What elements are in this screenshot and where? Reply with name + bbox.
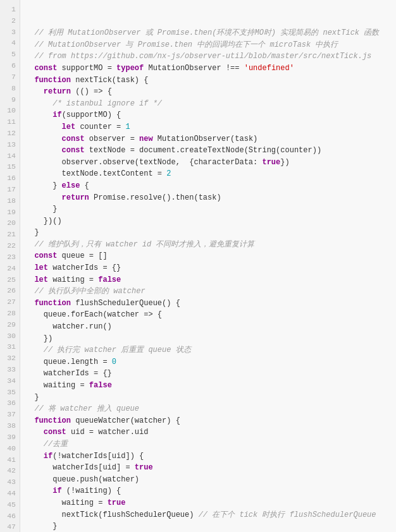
- line-number: 27: [0, 296, 20, 308]
- code-line: //去重: [25, 438, 391, 450]
- plain-token: waiting =: [48, 275, 98, 284]
- plain-token: [25, 87, 44, 96]
- line-number: 29: [0, 319, 20, 330]
- plain-token: [25, 487, 53, 495]
- line-number: 39: [0, 432, 20, 443]
- plain-token: nextTick(flushSchedulerQueue): [25, 511, 199, 519]
- code-line: watcherIds = {}: [25, 368, 391, 380]
- plain-token: }: [25, 228, 39, 237]
- line-number: 41: [0, 454, 20, 466]
- code-content[interactable]: // 利用 MutationObserver 或 Promise.then(环境…: [20, 0, 396, 532]
- line-number: 42: [0, 465, 20, 476]
- code-line: }: [25, 203, 391, 215]
- keyword-token: function: [34, 416, 71, 425]
- plain-token: [25, 428, 44, 437]
- line-number: 11: [0, 116, 20, 128]
- line-number: 34: [0, 375, 20, 387]
- keyword-token: true: [108, 499, 126, 507]
- code-line: if(!watcherIds[uid]) {: [25, 450, 391, 462]
- plain-token: watcherIds = {}: [25, 369, 112, 378]
- code-editor: 1234567891011121314151617181920212223242…: [0, 0, 396, 532]
- code-line: // 执行完 watcher 后重置 queue 状态: [25, 344, 391, 356]
- plain-token: nextTick(task) {: [71, 76, 148, 85]
- plain-token: MutationObserver !==: [144, 64, 244, 73]
- plain-token: textNode.textContent =: [25, 169, 166, 178]
- plain-token: [25, 193, 62, 202]
- keyword-token: const: [62, 135, 85, 143]
- plain-token: [25, 263, 34, 272]
- plain-token: [25, 64, 34, 73]
- comment-token: // 执行完 watcher 后重置 queue 状态: [25, 346, 191, 354]
- line-number: 24: [0, 263, 20, 274]
- code-line: const supportMO = typeof MutationObserve…: [25, 63, 391, 75]
- plain-token: }): [280, 158, 289, 167]
- code-line: let counter = 1: [25, 121, 391, 133]
- line-number: 3: [0, 27, 20, 38]
- code-line: const queue = []: [25, 250, 391, 262]
- line-number: 2: [0, 15, 20, 27]
- keyword-token: function: [34, 76, 71, 85]
- code-line: const uid = watcher.uid: [25, 426, 391, 438]
- line-number: 6: [0, 60, 20, 71]
- plain-token: {: [80, 181, 89, 190]
- keyword-token: let: [34, 275, 48, 284]
- line-number: 31: [0, 341, 20, 353]
- plain-token: textNode = document.createTextNode(Strin…: [85, 146, 321, 155]
- code-line: function nextTick(task) {: [25, 75, 391, 87]
- number-token: 0: [112, 358, 116, 366]
- code-line: }: [25, 227, 391, 239]
- keyword-token: let: [62, 123, 76, 131]
- plain-token: (() => {: [71, 87, 112, 96]
- line-number: 16: [0, 172, 20, 184]
- code-line: if (!waiting) {: [25, 485, 391, 497]
- keyword-token: const: [44, 428, 66, 437]
- line-number: 15: [0, 161, 20, 172]
- plain-token: flushSchedulerQueue() {: [71, 299, 180, 308]
- code-line: } else {: [25, 180, 391, 192]
- code-line: waiting = true: [25, 497, 391, 509]
- code-line: // 将 watcher 推入 queue: [25, 403, 391, 415]
- plain-token: queue.forEach(watcher => {: [25, 310, 162, 319]
- plain-token: }: [25, 205, 57, 214]
- keyword-token: new: [139, 135, 153, 143]
- comment-token: // MutationObserver 与 Promise.then 中的回调均…: [25, 40, 338, 49]
- code-line: }: [25, 521, 391, 532]
- code-line: return (() => {: [25, 86, 391, 98]
- comment-token: // 维护队列，只有 watcher id 不同时才推入，避免重复计算: [25, 240, 254, 249]
- line-number: 22: [0, 240, 20, 251]
- line-number: 21: [0, 229, 20, 240]
- comment-token: // 利用 MutationObserver 或 Promise.then(环境…: [25, 28, 379, 37]
- keyword-token: if: [53, 111, 61, 119]
- plain-token: [25, 135, 62, 143]
- plain-token: [25, 251, 34, 260]
- code-line: }: [25, 392, 391, 404]
- plain-token: [25, 299, 34, 308]
- keyword-token: const: [34, 64, 57, 73]
- keyword-token: true: [262, 158, 280, 167]
- line-number: 25: [0, 274, 20, 286]
- keyword-token: return: [62, 193, 89, 202]
- code-line: queue.length = 0: [25, 356, 391, 368]
- line-number: 38: [0, 420, 20, 432]
- line-number: 10: [0, 105, 20, 116]
- comment-token: // 执行队列中全部的 watcher: [25, 287, 145, 296]
- plain-token: [25, 452, 44, 461]
- plain-token: [25, 416, 34, 425]
- code-line: // from https://github.com/nx-js/observe…: [25, 51, 391, 63]
- plain-token: observer =: [85, 135, 139, 143]
- line-number: 44: [0, 488, 20, 499]
- keyword-token: false: [89, 381, 112, 390]
- line-number: 12: [0, 128, 20, 139]
- line-number: 32: [0, 353, 20, 364]
- line-number: 9: [0, 94, 20, 106]
- code-line: // 维护队列，只有 watcher id 不同时才推入，避免重复计算: [25, 239, 391, 251]
- plain-token: [25, 111, 53, 119]
- plain-token: })(): [25, 217, 62, 226]
- plain-token: [25, 99, 53, 108]
- keyword-token: false: [98, 275, 121, 284]
- line-number: 35: [0, 387, 20, 398]
- keyword-token: return: [44, 87, 71, 96]
- line-number: 18: [0, 195, 20, 207]
- code-line: let waiting = false: [25, 274, 391, 286]
- plain-token: [25, 123, 62, 131]
